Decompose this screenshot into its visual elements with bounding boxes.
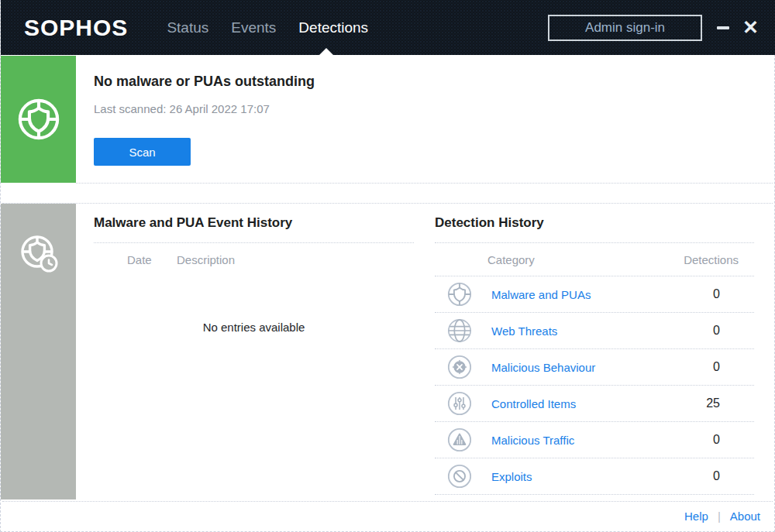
table-row-malware-and-puas[interactable]: Malware and PUAs 0 (435, 276, 754, 312)
column-header-date: Date (94, 253, 177, 266)
detection-count: 25 (706, 396, 754, 410)
window-controls: ✕ (702, 15, 759, 41)
malicious-behaviour-icon (446, 354, 473, 380)
table-row-malicious-behaviour[interactable]: Malicious Behaviour 0 (435, 348, 754, 385)
event-history-panel: Malware and PUA Event History Date Descr… (94, 215, 414, 334)
detection-count: 0 (713, 324, 754, 338)
app-window: SOPHOS Status Events Detections Admin si… (0, 0, 775, 532)
empty-state-text: No entries available (94, 321, 414, 334)
detection-history-header-row: Category Detections (435, 243, 754, 276)
event-history-title: Malware and PUA Event History (94, 215, 414, 242)
detection-link[interactable]: Malware and PUAs (491, 288, 713, 301)
column-header-category: Category (435, 253, 684, 266)
detection-history-title: Detection History (435, 215, 754, 242)
minimize-icon[interactable] (716, 15, 730, 41)
column-header-description: Description (177, 253, 235, 266)
table-row-controlled-items[interactable]: Controlled Items 25 (435, 385, 754, 421)
footer-separator: | (718, 510, 721, 523)
detection-link[interactable]: Controlled Items (491, 397, 706, 410)
admin-sign-in-button[interactable]: Admin sign-in (548, 15, 702, 41)
active-tab-pointer (319, 48, 333, 55)
detection-link[interactable]: Malicious Traffic (491, 434, 713, 447)
help-link[interactable]: Help (684, 510, 708, 523)
detection-history-panel: Detection History Category Detections Ma… (435, 215, 754, 495)
shield-history-icon (17, 232, 60, 275)
main-nav: Status Events Detections (167, 19, 368, 36)
table-row-web-threats[interactable]: Web Threats 0 (435, 312, 754, 348)
sophos-logo: SOPHOS (24, 15, 128, 41)
detection-count: 0 (713, 360, 754, 374)
detection-link[interactable]: Web Threats (491, 324, 713, 338)
close-icon[interactable]: ✕ (742, 18, 759, 37)
last-scanned-text: Last scanned: 26 April 2022 17:07 (94, 102, 270, 115)
tab-status[interactable]: Status (167, 19, 208, 36)
about-link[interactable]: About (730, 510, 760, 523)
malicious-traffic-icon (446, 427, 473, 453)
tab-events[interactable]: Events (231, 19, 276, 36)
tab-detections[interactable]: Detections (298, 19, 368, 36)
detection-link[interactable]: Malicious Behaviour (491, 361, 713, 374)
detection-count: 0 (713, 287, 754, 301)
title-bar: SOPHOS Status Events Detections Admin si… (1, 0, 775, 55)
event-history-header-row: Date Description (94, 243, 414, 276)
detection-count: 0 (713, 433, 754, 447)
scan-button[interactable]: Scan (94, 138, 191, 166)
exploits-blocked-icon (446, 463, 473, 489)
table-row-malicious-traffic[interactable]: Malicious Traffic 0 (435, 421, 754, 458)
history-side-panel (1, 204, 76, 499)
section-divider-bottom (2, 203, 773, 204)
detection-count: 0 (713, 469, 754, 483)
web-threats-globe-icon (446, 317, 473, 344)
section-divider-top (76, 183, 773, 184)
controlled-items-icon (446, 390, 473, 417)
detection-link[interactable]: Exploits (491, 470, 713, 483)
malware-shield-icon (446, 281, 473, 307)
column-header-detections: Detections (684, 253, 754, 266)
table-row-exploits[interactable]: Exploits 0 (435, 458, 754, 494)
footer-bar: Help | About (2, 501, 773, 530)
status-title: No malware or PUAs outstanding (94, 74, 315, 90)
status-side-panel (1, 56, 76, 183)
shield-target-icon (16, 97, 61, 142)
